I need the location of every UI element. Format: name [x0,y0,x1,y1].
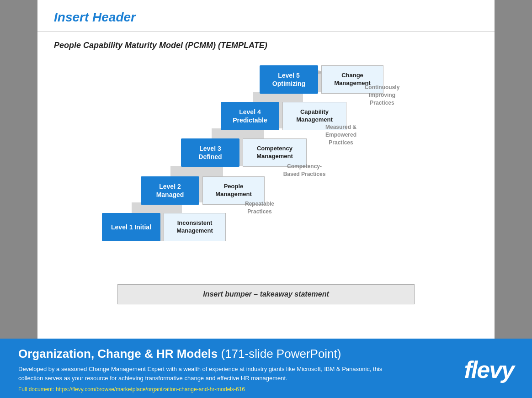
practice-label-2: Competency-Based Practices [277,163,332,178]
level4-block: Level 4Predictable [221,102,279,130]
header-title: Insert Header [54,10,478,25]
bottom-banner: Organization, Change & HR Models (171-sl… [0,339,532,398]
banner-title: Organization, Change & HR Models (171-sl… [18,347,393,361]
flevy-logo: flevy [464,358,514,382]
banner-link[interactable]: Full document: https://flevy.com/browse/… [18,386,393,393]
level5-block: Level 5Optimizing [260,65,318,94]
slide-content: People Capability Maturity Model (PCMM) … [37,32,495,339]
practice-label-4: ContinuouslyImprovingPractices [355,84,410,106]
pcmm-title: People Capability Maturity Model (PCMM) … [54,41,478,50]
level2-block: Level 2Managed [141,176,199,205]
banner-title-light: (171-slide PowerPoint) [218,347,341,361]
diagram-container: Level 1 Initial Level 2Managed Level 3De… [54,58,478,278]
bumper-text: Insert bumper – takeaway statement [127,290,405,298]
level3-block: Level 3Defined [181,138,239,167]
slide-header: Insert Header [37,0,495,32]
banner-left: Organization, Change & HR Models (171-sl… [18,347,393,393]
banner-description: Developed by a seasoned Change Managemen… [18,365,393,382]
mgmt1-block: InconsistentManagement [164,213,226,241]
practice-label-3: Measured &EmpoweredPractices [316,123,366,146]
level1-block: Level 1 Initial [102,213,160,241]
practice-label-1: RepeatablePractices [234,200,285,216]
outer-wrapper: Insert Header People Capability Maturity… [0,0,532,398]
slide-area: Insert Header People Capability Maturity… [37,0,495,339]
banner-title-bold: Organization, Change & HR Models [18,347,218,361]
bumper-box: Insert bumper – takeaway statement [117,284,415,304]
